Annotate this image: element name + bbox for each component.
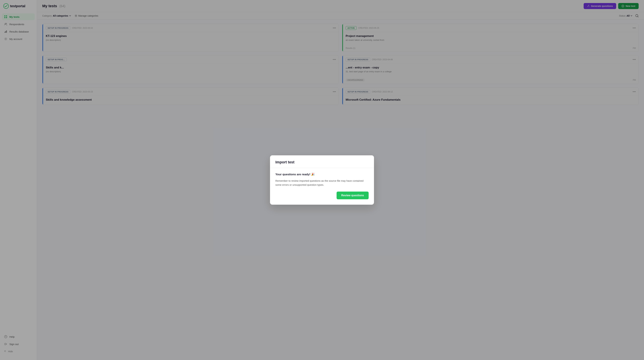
- modal-description: Remember to review imported questions as…: [276, 179, 368, 187]
- modal-body: Your questions are ready! 🎉 Remember to …: [270, 168, 374, 205]
- import-test-modal: Import test Your questions are ready! 🎉 …: [270, 155, 374, 205]
- review-questions-button[interactable]: Review questions: [336, 192, 368, 199]
- modal-ready-text: Your questions are ready! 🎉: [276, 172, 368, 176]
- modal-title: Import test: [276, 160, 368, 164]
- modal-header: Import test: [270, 155, 374, 168]
- modal-actions: Review questions: [276, 192, 368, 199]
- modal-overlay[interactable]: Import test Your questions are ready! 🎉 …: [0, 0, 644, 360]
